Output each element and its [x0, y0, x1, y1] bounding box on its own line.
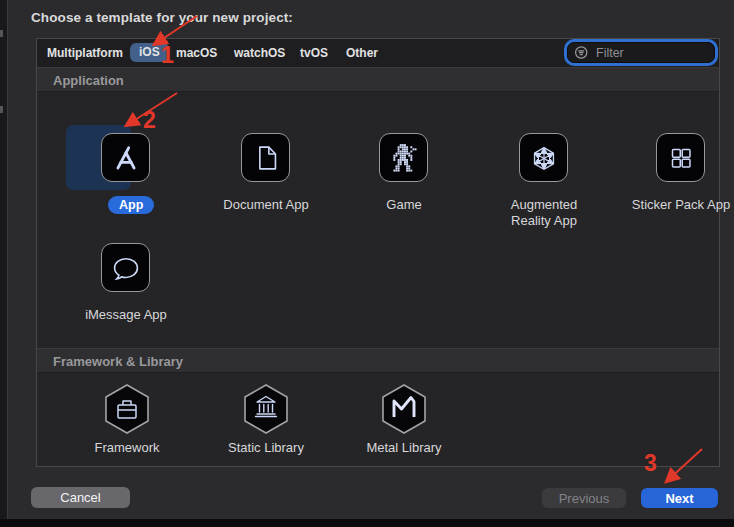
framework-item[interactable]	[104, 384, 150, 438]
new-project-template-dialog: Choose a template for your new project: …	[8, 0, 734, 519]
template-label-document-app[interactable]: Document App	[204, 197, 328, 213]
filter-icon	[574, 45, 589, 60]
tab-macos[interactable]: macOS	[176, 39, 217, 67]
template-item-game[interactable]	[379, 133, 428, 182]
document-icon	[249, 141, 283, 175]
sticker-grid-icon	[664, 141, 698, 175]
template-label-augmented-reality-app[interactable]: Augmented Reality App	[500, 197, 588, 229]
framework-label[interactable]: Framework	[65, 440, 189, 456]
template-chooser: Multiplatform iOS macOS watchOS tvOS Oth…	[36, 38, 720, 467]
metal-hexagon-icon	[381, 384, 427, 434]
template-item-document-app[interactable]	[241, 133, 290, 182]
static-library-item[interactable]	[243, 384, 289, 438]
template-item-sticker-pack-app[interactable]	[656, 133, 705, 182]
template-label-game[interactable]: Game	[342, 197, 466, 213]
template-grid: Application App	[37, 67, 719, 466]
underlying-window-edge	[0, 0, 8, 519]
bank-hexagon-icon	[243, 384, 289, 434]
underlying-window-bottom	[0, 519, 734, 527]
window-edge-mark	[0, 30, 3, 37]
screenshot-root: Choose a template for your new project: …	[0, 0, 734, 527]
section-header-application: Application	[37, 67, 719, 92]
tab-multiplatform[interactable]: Multiplatform	[47, 39, 123, 67]
template-item-app[interactable]	[101, 133, 150, 182]
filter-input[interactable]	[594, 45, 708, 61]
tab-watchos[interactable]: watchOS	[234, 39, 285, 67]
template-label-app[interactable]: App	[108, 196, 154, 214]
static-library-label[interactable]: Static Library	[204, 440, 328, 456]
template-item-augmented-reality-app[interactable]	[519, 133, 568, 182]
next-button[interactable]: Next	[641, 488, 718, 508]
window-edge-mark	[0, 106, 3, 113]
filter-field[interactable]	[567, 42, 715, 63]
app-store-icon	[109, 141, 143, 175]
tab-tvos[interactable]: tvOS	[300, 39, 328, 67]
template-label-imessage-app[interactable]: iMessage App	[64, 307, 188, 323]
tab-other[interactable]: Other	[346, 39, 378, 67]
template-label-sticker-pack-app[interactable]: Sticker Pack App	[619, 197, 734, 213]
dialog-title: Choose a template for your new project:	[31, 10, 293, 25]
cancel-button[interactable]: Cancel	[31, 487, 130, 508]
message-bubble-icon	[109, 251, 143, 285]
metal-library-item[interactable]	[381, 384, 427, 438]
toolbox-hexagon-icon	[104, 384, 150, 434]
section-header-framework-library: Framework & Library	[37, 348, 719, 373]
tab-ios[interactable]: iOS	[130, 43, 169, 62]
previous-button[interactable]: Previous	[542, 488, 626, 508]
metal-library-label[interactable]: Metal Library	[342, 440, 466, 456]
platform-tab-bar: Multiplatform iOS macOS watchOS tvOS Oth…	[37, 39, 719, 68]
game-pixel-robot-icon	[387, 141, 421, 175]
ar-cube-icon	[527, 141, 561, 175]
template-item-imessage-app[interactable]	[101, 243, 150, 292]
